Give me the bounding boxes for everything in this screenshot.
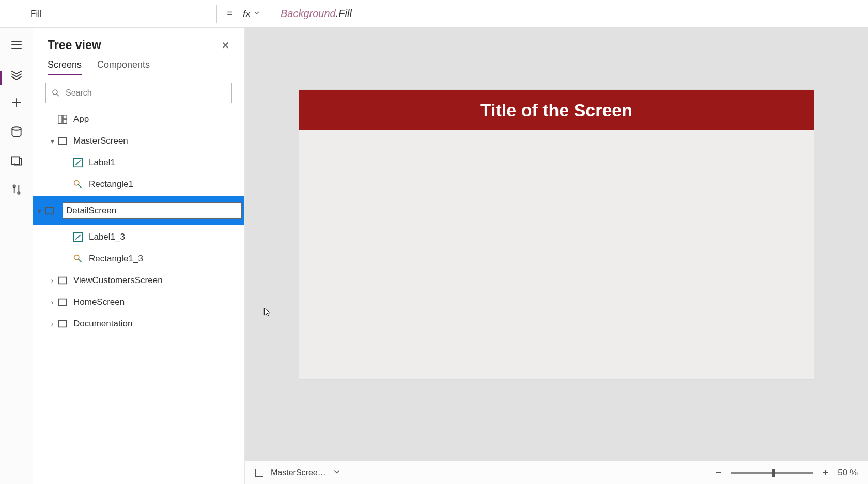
tools-icon[interactable]: [10, 183, 23, 196]
svg-rect-15: [59, 299, 67, 306]
search-placeholder: Search: [66, 88, 92, 98]
svg-rect-14: [59, 277, 67, 284]
app-icon: [57, 114, 68, 125]
screen-icon: [44, 205, 55, 216]
zoom-value: 50: [838, 467, 847, 477]
label-icon: [72, 231, 84, 243]
tab-screens[interactable]: Screens: [48, 59, 82, 75]
tree-node-documentation[interactable]: › Documentation: [33, 313, 244, 335]
tree-node-homescreen[interactable]: › HomeScreen: [33, 291, 244, 313]
svg-point-3: [18, 192, 20, 194]
caret-down-icon[interactable]: ▾: [48, 137, 57, 145]
screen-preview[interactable]: Title of the Screen: [299, 90, 814, 379]
chevron-down-icon: [254, 10, 260, 18]
canvas-area: Title of the Screen MasterScree… −: [245, 28, 868, 484]
tree-node-detailscreen-editing[interactable]: ▾: [33, 196, 244, 225]
equals-label: =: [222, 8, 238, 20]
tree-view-title: Tree view: [48, 38, 101, 52]
svg-point-0: [12, 127, 21, 130]
fx-button[interactable]: fx: [243, 8, 274, 20]
formula-input[interactable]: Background.Fill: [274, 2, 868, 26]
zoom-in-button[interactable]: +: [823, 467, 828, 478]
screen-icon: [57, 135, 68, 147]
tree-node-label: Label1: [89, 158, 115, 168]
caret-right-icon[interactable]: ›: [48, 276, 57, 285]
zoom-controls: − + 50 %: [716, 467, 858, 478]
svg-rect-8: [59, 138, 67, 145]
tree-node-app[interactable]: ▾ App: [33, 108, 244, 130]
svg-rect-6: [63, 115, 67, 119]
tree-node-rectangle1[interactable]: ▾ Rectangle1: [33, 174, 244, 195]
screen-icon: [57, 318, 68, 330]
shape-icon: [72, 179, 84, 190]
search-icon: [51, 88, 60, 98]
tree-node-label: App: [73, 114, 89, 124]
tree-node-masterscreen[interactable]: ▾ MasterScreen: [33, 130, 244, 152]
formula-bar: Fill = fx Background.Fill: [0, 0, 868, 28]
caret-down-icon[interactable]: ▾: [35, 207, 44, 215]
data-icon[interactable]: [10, 125, 23, 138]
chevron-down-icon[interactable]: [333, 468, 340, 477]
svg-rect-1: [11, 157, 19, 164]
zoom-slider[interactable]: [731, 472, 813, 474]
svg-rect-16: [59, 321, 67, 327]
caret-right-icon[interactable]: ›: [48, 320, 57, 328]
left-rail: [0, 28, 33, 484]
tree-node-label: ViewCustomersScreen: [73, 275, 163, 286]
shape-icon: [72, 253, 84, 264]
search-input[interactable]: Search: [45, 83, 232, 103]
tree-node-label: Label1_3: [89, 232, 125, 242]
formula-property: .Fill: [336, 8, 352, 20]
tree-node-label: MasterScreen: [73, 136, 128, 146]
screen-icon: [255, 469, 264, 477]
tree-node-label1[interactable]: ▾ Label1: [33, 152, 244, 174]
caret-right-icon[interactable]: ›: [48, 298, 57, 306]
screen-header-title: Title of the Screen: [481, 100, 632, 120]
screen-icon: [57, 275, 68, 286]
tree-node-label1_3[interactable]: ▾ Label1_3: [33, 226, 244, 248]
tree-node-label: HomeScreen: [73, 297, 125, 307]
tree-view-icon[interactable]: [10, 67, 23, 81]
rename-input[interactable]: [63, 202, 242, 219]
formula-object: Background: [281, 8, 336, 20]
zoom-out-button[interactable]: −: [716, 467, 721, 478]
tree-view-panel: Tree view ✕ Screens Components Search ▾: [33, 28, 245, 484]
fx-label: fx: [243, 8, 251, 20]
tree-node-label: Rectangle1: [89, 179, 133, 190]
screen-icon: [57, 296, 68, 308]
screen-header: Title of the Screen: [299, 90, 814, 130]
close-icon[interactable]: ✕: [221, 39, 230, 52]
svg-point-2: [13, 185, 15, 187]
tree-node-label: Documentation: [73, 319, 132, 329]
svg-rect-7: [63, 120, 67, 123]
svg-rect-5: [58, 115, 62, 124]
property-dropdown[interactable]: Fill: [23, 5, 217, 23]
zoom-unit: %: [850, 467, 858, 477]
media-icon[interactable]: [10, 154, 23, 167]
insert-icon[interactable]: [10, 96, 23, 110]
hamburger-icon[interactable]: [10, 38, 23, 52]
svg-rect-11: [46, 208, 54, 214]
active-rail-indicator: [0, 71, 2, 85]
tree-list: ▾ App ▾ MasterScreen ▾: [33, 108, 244, 484]
label-icon: [72, 157, 84, 168]
tree-node-viewcustomersscreen[interactable]: › ViewCustomersScreen: [33, 270, 244, 291]
svg-point-4: [53, 90, 57, 95]
tree-node-label: Rectangle1_3: [89, 254, 143, 264]
property-dropdown-label: Fill: [30, 9, 42, 19]
status-screen-name[interactable]: MasterScree…: [271, 468, 326, 477]
status-bar: MasterScree… − + 50 %: [245, 460, 868, 484]
tab-components[interactable]: Components: [97, 59, 150, 75]
tree-node-rectangle1_3[interactable]: ▾ Rectangle1_3: [33, 248, 244, 270]
